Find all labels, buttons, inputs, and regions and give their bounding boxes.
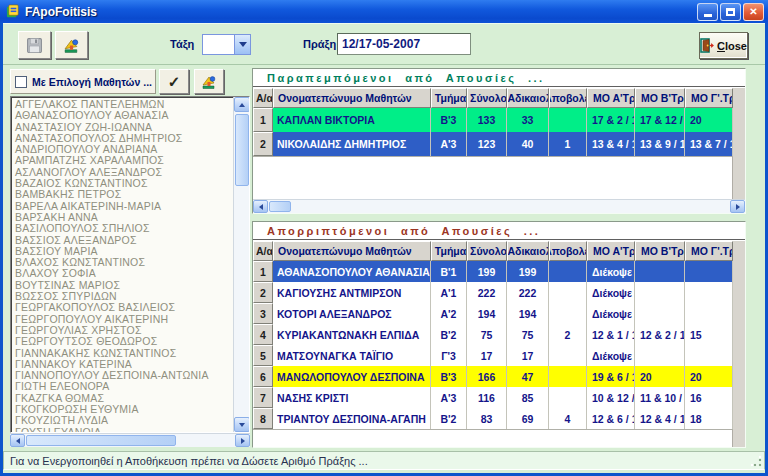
table-row[interactable]: 7ΝΑΣΗΣ ΚΡΙΣΤΙΑ'31168510 & 12 / 1311 & 10… <box>253 387 733 408</box>
grid-cell <box>635 261 685 282</box>
column-header[interactable]: Τμήμα <box>431 88 467 108</box>
scroll-left-button[interactable] <box>253 200 268 213</box>
grid-cell: Διέκοψε <box>587 261 635 282</box>
select-students-checkbox[interactable] <box>15 76 27 88</box>
grid-cell: Διέκοψε <box>587 282 635 303</box>
minimize-button[interactable] <box>697 3 718 21</box>
column-header[interactable]: Ονοματεπώνυμο Μαθητών <box>273 88 431 108</box>
table-row[interactable]: 3ΚΟΤΟΡΙ ΑΛΕΞΑΝΔΡΟΣΑ'2194194Διέκοψε <box>253 303 733 324</box>
grid-cell: 20 <box>685 366 733 387</box>
confirm-selection-button[interactable]: ✓ <box>159 69 189 94</box>
student-list-item[interactable]: ΑΘΑΝΑΣΟΠΟΥΛΟΥ ΑΘΑΝΑΣΙΑ <box>15 110 249 121</box>
table-row[interactable]: 2ΝΙΚΟΛΑΙΔΗΣ ΔΗΜΗΤΡΙΟΣΑ'312340113 & 4 / 1… <box>253 132 733 156</box>
grid-cell: 47 <box>507 366 549 387</box>
scroll-left-button[interactable] <box>10 434 25 447</box>
resize-grip-icon[interactable] <box>750 455 763 468</box>
grid-cell: 83 <box>467 408 507 429</box>
grid-cell: 3 <box>253 303 273 324</box>
scroll-thumb[interactable] <box>269 201 291 212</box>
student-list-item[interactable]: ΓΚΟΥΖΙΩΤΗ ΛΥΔΙΑ <box>15 415 249 426</box>
student-filter-strip: Με Επιλογή Μαθητών ... <box>10 69 156 94</box>
grid-cell: ΝΑΣΗΣ ΚΡΙΣΤΙ <box>273 387 431 408</box>
student-list-hscrollbar[interactable] <box>10 433 250 447</box>
grid-cell <box>685 303 733 324</box>
close-window-button[interactable]: ✕ <box>743 3 764 21</box>
grid-cell <box>549 345 587 366</box>
scroll-right-button[interactable] <box>730 200 745 213</box>
scroll-down-button[interactable] <box>234 417 250 432</box>
maximize-button[interactable] <box>720 3 741 21</box>
grid-cell: 166 <box>467 366 507 387</box>
column-header[interactable]: ΜΟ Γ'.Τρίμ <box>685 241 733 261</box>
grid-cell: 13 & 4 / 13 <box>587 132 635 156</box>
scroll-up-button[interactable] <box>234 97 250 112</box>
praxi-input[interactable] <box>337 33 471 55</box>
report-button[interactable] <box>55 31 88 59</box>
column-header[interactable]: ΜΟ Α'Τρίμ <box>587 241 635 261</box>
column-header[interactable]: Αποβολές <box>549 241 587 261</box>
taxi-combobox[interactable] <box>202 34 251 55</box>
arrow-left-icon <box>16 438 20 444</box>
column-header[interactable]: Αδικαιολ <box>507 241 549 261</box>
column-header[interactable]: ΜΟ Γ'.Τρίμ <box>685 88 733 108</box>
student-list-item[interactable]: ΓΕΩΡΓΑΚΟΠΟΥΛΟΣ ΒΑΣΙΛΕΙΟΣ <box>15 302 249 313</box>
student-listbox[interactable]: ΑΓΓΕΛΑΚΟΣ ΠΑΝΤΕΛΕΗΜΩΝΑΘΑΝΑΣΟΠΟΥΛΟΥ ΑΘΑΝΑ… <box>10 96 250 433</box>
grid-cell <box>685 261 733 282</box>
student-list-vscrollbar[interactable] <box>233 97 249 432</box>
table-row[interactable]: 6ΜΑΝΩΛΟΠΟΥΛΟΥ ΔΕΣΠΟΙΝΑΒ'31664719 & 6 / 1… <box>253 366 733 387</box>
close-form-button[interactable]: Close <box>699 32 748 59</box>
grid-cell: ΝΙΚΟΛΑΙΔΗΣ ΔΗΜΗΤΡΙΟΣ <box>273 132 431 156</box>
column-header[interactable]: Α/α <box>253 88 273 108</box>
rejected-grid: Α/αΟνοματεπώνυμο ΜαθητώνΤμήμαΣύνολοΑδικα… <box>253 241 733 430</box>
column-header[interactable]: Ονοματεπώνυμο Μαθητών <box>273 241 431 261</box>
grid-cell: Β'2 <box>431 324 467 345</box>
combo-drop-button[interactable] <box>234 35 250 54</box>
grid-cell: 194 <box>507 303 549 324</box>
column-header[interactable]: ΜΟ Α'Τρίμ <box>587 88 635 108</box>
column-header[interactable]: ΜΟ Β'Τρίμ <box>635 88 685 108</box>
column-header[interactable]: Σύνολο <box>467 88 507 108</box>
status-message: Για να Ενεργοποιηθεί η Αποθήκευση πρέπει… <box>10 455 368 467</box>
student-list-item[interactable]: ΒΑΜΒΑΚΗΣ ΠΕΤΡΟΣ <box>15 189 249 200</box>
arrow-right-icon <box>736 204 740 210</box>
column-header[interactable]: Σύνολο <box>467 241 507 261</box>
grid-cell: 15 <box>685 324 733 345</box>
rejected-title: Απορριπτόμενοι από Απουσίες ... <box>253 222 745 240</box>
grid-cell: 12 & 1 / 13 <box>587 324 635 345</box>
column-header[interactable]: ΜΟ Β'Τρίμ <box>635 241 685 261</box>
save-button[interactable] <box>18 31 51 59</box>
grid-cell: 18 <box>685 408 733 429</box>
column-header[interactable]: Α/α <box>253 241 273 261</box>
grid-cell: Α'3 <box>431 132 467 156</box>
arrow-down-icon <box>239 423 245 427</box>
grid-cell: Γ'3 <box>431 345 467 366</box>
table-row[interactable]: 4ΚΥΡΙΑΚΑΝΤΩΝΑΚΗ ΕΛΠΙΔΑΒ'27575212 & 1 / 1… <box>253 324 733 345</box>
arrow-right-icon <box>241 438 245 444</box>
student-list-items: ΑΓΓΕΛΑΚΟΣ ΠΑΝΤΕΛΕΗΜΩΝΑΘΑΝΑΣΟΠΟΥΛΟΥ ΑΘΑΝΑ… <box>15 99 249 433</box>
student-list-item[interactable]: ΓΕΩΡΓΟΥΤΣΟΣ ΘΕΟΔΩΡΟΣ <box>15 336 249 347</box>
grid-cell: 194 <box>467 303 507 324</box>
scroll-thumb[interactable] <box>26 435 176 446</box>
scroll-right-button[interactable] <box>235 434 250 447</box>
student-list-item[interactable]: ΒΑΣΙΛΟΠΟΥΛΟΣ ΣΠΗΛΙΟΣ <box>15 223 249 234</box>
column-header[interactable]: Αποβολές <box>549 88 587 108</box>
table-row[interactable]: 8ΤΡΙΑΝΤΟΥ ΔΕΣΠΟΙΝΑ-ΑΓΑΠΗΒ'28369412 & 6 /… <box>253 408 733 429</box>
grid-cell: Β'3 <box>431 108 467 132</box>
grid-cell: 8 <box>253 408 273 429</box>
grid-cell: 199 <box>467 261 507 282</box>
table-row[interactable]: 1ΑΘΑΝΑΣΟΠΟΥΛΟΥ ΑΘΑΝΑΣΙΑΒ'1199199Διέκοψε <box>253 261 733 282</box>
referred-grid-hscrollbar[interactable] <box>253 199 745 213</box>
column-header[interactable]: Αδικαιολ <box>507 88 549 108</box>
report-selection-button[interactable] <box>194 69 224 94</box>
scroll-thumb[interactable] <box>235 114 249 186</box>
table-row[interactable]: 2ΚΑΓΙΟΥΣΗΣ ΑΝΤΜΙΡΣΟΝΑ'1222222Διέκοψε <box>253 282 733 303</box>
table-row[interactable]: 1ΚΑΠΛΑΝ ΒΙΚΤΟΡΙΑΒ'31333317 & 2 / 1317 & … <box>253 108 733 132</box>
select-students-label: Με Επιλογή Μαθητών ... <box>32 76 152 88</box>
close-form-label: Close <box>717 40 747 52</box>
grid-cell: Β'1 <box>431 261 467 282</box>
grid-cell: 13 & 7 / 13 <box>685 132 733 156</box>
grid-cell <box>635 303 685 324</box>
grid-cell: Α'2 <box>431 303 467 324</box>
table-row[interactable]: 5ΜΑΤΣΟΥΝΑΓΚΑ ΤΑΪΓΙΟΓ'31717Διέκοψε <box>253 345 733 366</box>
column-header[interactable]: Τμήμα <box>431 241 467 261</box>
